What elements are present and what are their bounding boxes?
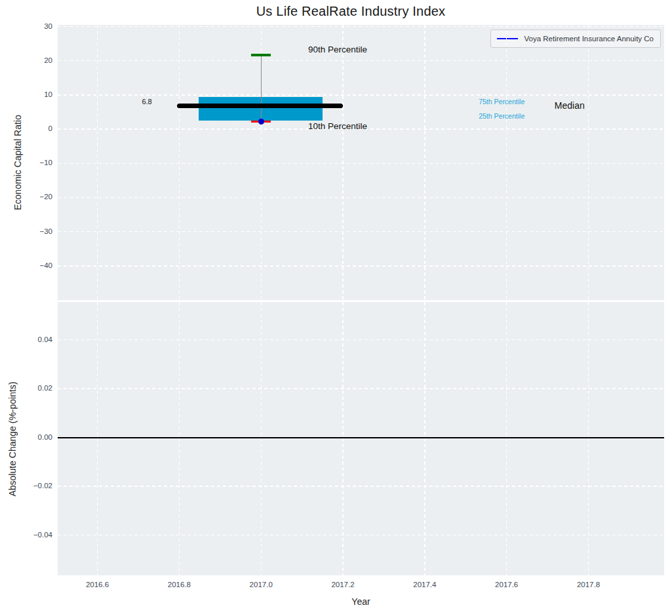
legend-line-sample <box>497 38 518 40</box>
gridline-vertical <box>97 302 98 575</box>
annotation-median: Median <box>555 101 585 110</box>
gridline-vertical <box>342 25 343 300</box>
y-tick-label: 0.04 <box>20 336 52 344</box>
x-tick-label: 2017.0 <box>250 581 273 589</box>
gridline-vertical <box>424 302 425 575</box>
gridline-horizontal <box>58 26 664 27</box>
gridline-horizontal <box>58 197 664 198</box>
whisker-line <box>261 55 262 122</box>
legend-label: Voya Retirement Insurance Annuity Co <box>524 35 654 43</box>
gridline-vertical <box>179 25 180 300</box>
y-tick-label: 0 <box>20 125 52 133</box>
gridline-horizontal <box>58 265 664 266</box>
gridline-vertical <box>424 25 425 300</box>
annotation-6-8: 6.8 <box>142 98 151 105</box>
y-tick-label: −20 <box>20 194 52 202</box>
y-tick-label: 20 <box>20 57 52 65</box>
annotation-90th-percentile: 90th Percentile <box>308 45 367 54</box>
median-line <box>177 104 343 108</box>
x-tick-label: 2017.4 <box>413 581 436 589</box>
y-tick-label: 30 <box>20 23 52 31</box>
x-tick-label: 2017.6 <box>495 581 518 589</box>
gridline-vertical <box>506 302 507 575</box>
gridline-vertical <box>261 302 262 575</box>
y-tick-label: 10 <box>20 91 52 99</box>
gridline-horizontal <box>58 231 664 232</box>
y-tick-label: 0.02 <box>20 385 52 393</box>
gridline-horizontal <box>58 535 664 535</box>
y-tick-label: −0.02 <box>20 482 52 490</box>
y-tick-label: 0.00 <box>20 434 52 442</box>
gridline-vertical <box>179 302 180 575</box>
gridline-horizontal <box>58 163 664 164</box>
y-tick-label: −30 <box>20 228 52 236</box>
annotation-25th-percentile: 25th Percentile <box>479 113 524 120</box>
annotation-10th-percentile: 10th Percentile <box>308 123 367 132</box>
figure: Us Life RealRate Industry Index Economic… <box>0 0 672 616</box>
y-tick-label: −10 <box>20 160 52 168</box>
x-tick-label: 2017.2 <box>331 581 354 589</box>
gridline-vertical <box>506 25 507 300</box>
legend: Voya Retirement Insurance Annuity Co <box>490 29 661 48</box>
x-axis-label: Year <box>58 596 664 607</box>
gridline-horizontal <box>58 94 664 95</box>
gridline-horizontal <box>58 486 664 486</box>
company-value-dot <box>258 119 264 125</box>
zero-line <box>58 437 664 438</box>
gridline-horizontal <box>58 339 664 340</box>
gridline-vertical <box>342 302 343 575</box>
y-axis-label-bottom: Absolute Change (%-points) <box>7 381 18 496</box>
x-tick-label: 2016.8 <box>168 581 191 589</box>
y-tick-label: −0.04 <box>20 531 52 539</box>
chart-title: Us Life RealRate Industry Index <box>39 4 662 19</box>
x-tick-label: 2017.8 <box>577 581 600 589</box>
x-tick-label: 2016.6 <box>86 581 109 589</box>
gridline-horizontal <box>58 388 664 389</box>
y-tick-label: −40 <box>20 262 52 270</box>
annotation-75th-percentile: 75th Percentile <box>479 98 524 106</box>
p90-cap <box>251 54 271 56</box>
gridline-vertical <box>588 25 589 300</box>
gridline-vertical <box>588 302 589 575</box>
gridline-horizontal <box>58 60 664 61</box>
gridline-vertical <box>97 25 98 300</box>
